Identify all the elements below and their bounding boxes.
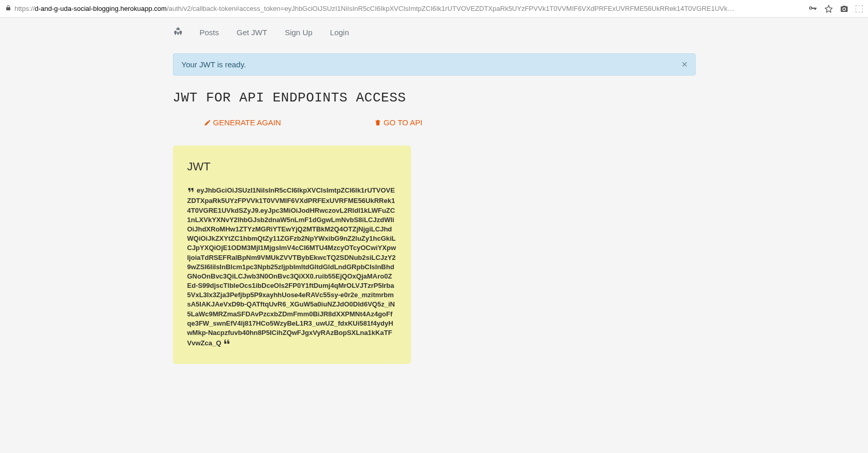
camera-icon[interactable] [840,5,848,13]
page-title: JWT FOR API ENDPOINTS ACCESS [173,90,696,106]
extension-icon[interactable] [856,5,863,12]
quote-right-icon [223,339,230,347]
alert-message: Your JWT is ready. [182,60,246,69]
nav-get-jwt[interactable]: Get JWT [230,25,273,40]
edit-icon [204,119,211,126]
quote-left-icon [187,186,197,195]
jwt-card: JWT eyJhbGciOiJSUzI1NiIsInR5cCI6IkpXVCIs… [173,145,411,364]
main-navbar: Posts Get JWT Sign Up Login [173,18,696,47]
jwt-token-block: eyJhbGciOiJSUzI1NiIsInR5cCI6IkpXVCIsImtp… [187,185,396,349]
url-text[interactable]: https://d-and-g-uda-social-blogging.hero… [14,5,803,12]
alert-info: Your JWT is ready. × [173,53,696,76]
action-bar: GENERATE AGAIN GO TO API [204,118,696,127]
generate-again-link[interactable]: GENERATE AGAIN [204,118,281,127]
browser-address-bar: https://d-and-g-uda-social-blogging.hero… [0,0,868,18]
generate-again-label: GENERATE AGAIN [213,118,281,127]
go-to-api-link[interactable]: GO TO API [374,118,422,127]
nav-login[interactable]: Login [324,25,356,40]
brand-icon[interactable] [173,26,183,39]
go-to-api-label: GO TO API [384,118,422,127]
alert-close-button[interactable]: × [682,59,688,69]
jwt-token-text: eyJhbGciOiJSUzI1NiIsInR5cCI6IkpXVCIsImtp… [187,186,396,347]
jwt-heading: JWT [187,160,396,173]
star-icon[interactable] [825,5,833,13]
key-icon[interactable] [808,4,817,13]
nav-posts[interactable]: Posts [194,25,226,40]
trash-icon [374,119,381,126]
nav-sign-up[interactable]: Sign Up [278,25,318,40]
lock-icon [5,5,11,12]
